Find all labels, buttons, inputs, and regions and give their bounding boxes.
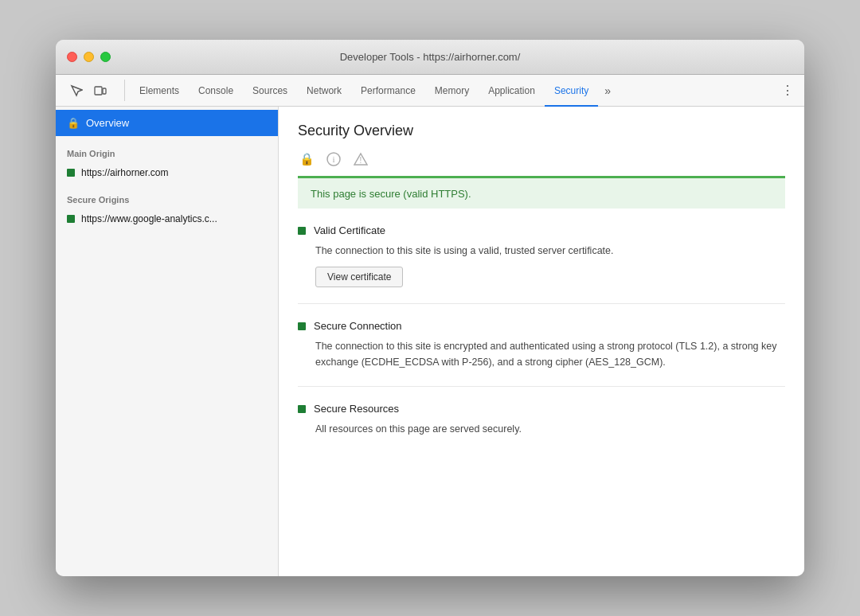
sidebar: 🔒 Overview Main Origin https://airhorner… [56, 107, 279, 576]
info-status-icon[interactable]: i [325, 150, 342, 168]
connection-indicator [298, 322, 306, 330]
connection-title: Secure Connection [314, 320, 402, 332]
traffic-lights [67, 52, 111, 62]
security-panel: Security Overview 🔒 i ! [279, 107, 804, 576]
tab-sources[interactable]: Sources [243, 76, 297, 107]
resources-section: Secure Resources All resources on this p… [298, 387, 785, 453]
certificate-title: Valid Certificate [314, 224, 385, 236]
certificate-body: The connection to this site is using a v… [298, 243, 785, 287]
lock-icon: 🔒 [67, 117, 80, 129]
lock-status-icon[interactable]: 🔒 [298, 150, 315, 168]
certificate-section: Valid Certificate The connection to this… [298, 209, 785, 304]
main-origin-item[interactable]: https://airhorner.com [56, 163, 278, 182]
secure-origin-item[interactable]: https://www.google-analytics.c... [56, 209, 278, 228]
maximize-button[interactable] [100, 52, 111, 62]
security-panel-title: Security Overview [298, 123, 785, 139]
tab-memory[interactable]: Memory [425, 76, 479, 107]
tab-elements[interactable]: Elements [130, 76, 189, 107]
tab-bar-end: ⋮ [765, 75, 799, 106]
resources-body: All resources on this page are served se… [298, 421, 785, 437]
warning-status-icon[interactable]: ! [352, 150, 369, 168]
toolbar-icons [61, 75, 116, 106]
devtools-window: Developer Tools - https://airhorner.com/… [56, 40, 804, 576]
more-tabs-button[interactable]: » [598, 75, 617, 106]
status-banner: This page is secure (valid HTTPS). [298, 176, 785, 209]
certificate-indicator [298, 227, 306, 235]
connection-section: Secure Connection The connection to this… [298, 304, 785, 387]
svg-rect-1 [103, 88, 106, 94]
main-origin-label: Main Origin [56, 136, 278, 163]
status-message: This page is secure (valid HTTPS). [311, 188, 471, 200]
title-bar: Developer Tools - https://airhorner.com/ [56, 40, 804, 75]
tab-bar: Elements Console Sources Network Perform… [56, 75, 804, 107]
resources-header: Secure Resources [298, 403, 785, 415]
tab-performance[interactable]: Performance [351, 76, 425, 107]
svg-text:!: ! [360, 156, 362, 165]
connection-body: The connection to this site is encrypted… [298, 338, 785, 370]
close-button[interactable] [67, 52, 77, 62]
tab-divider [124, 80, 125, 101]
view-certificate-button[interactable]: View certificate [315, 267, 403, 287]
svg-rect-0 [95, 87, 102, 95]
resources-title: Secure Resources [314, 403, 399, 415]
kebab-menu-button[interactable]: ⋮ [776, 79, 799, 103]
device-toolbar-icon[interactable] [91, 81, 110, 100]
main-content: 🔒 Overview Main Origin https://airhorner… [56, 107, 804, 576]
sidebar-item-overview[interactable]: 🔒 Overview [56, 110, 278, 136]
minimize-button[interactable] [84, 52, 94, 62]
connection-header: Secure Connection [298, 320, 785, 332]
green-indicator-2 [67, 215, 75, 223]
tab-console[interactable]: Console [189, 76, 243, 107]
inspect-icon[interactable] [67, 81, 86, 100]
secure-origins-label: Secure Origins [56, 182, 278, 209]
svg-text:i: i [332, 154, 334, 164]
tab-application[interactable]: Application [479, 76, 545, 107]
certificate-header: Valid Certificate [298, 224, 785, 236]
window-title: Developer Tools - https://airhorner.com/ [340, 51, 521, 63]
tab-security[interactable]: Security [545, 76, 598, 107]
green-indicator [67, 169, 75, 177]
security-icons-row: 🔒 i ! [298, 150, 785, 168]
tab-network[interactable]: Network [297, 76, 351, 107]
resources-indicator [298, 405, 306, 413]
